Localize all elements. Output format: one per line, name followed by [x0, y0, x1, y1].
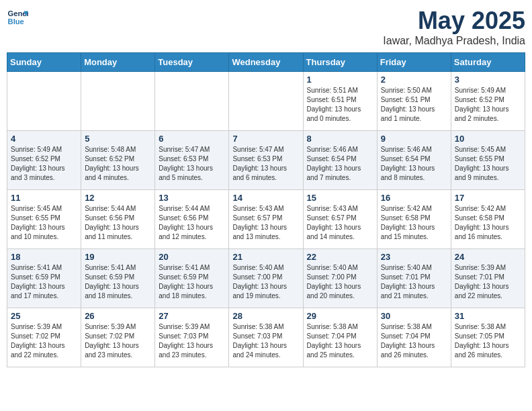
- day-cell: 27Sunrise: 5:39 AM Sunset: 7:03 PM Dayli…: [155, 308, 229, 367]
- day-number: 8: [307, 134, 373, 144]
- weekday-header-saturday: Saturday: [451, 53, 525, 72]
- day-number: 22: [307, 252, 373, 262]
- day-info: Sunrise: 5:41 AM Sunset: 6:59 PM Dayligh…: [11, 263, 77, 301]
- day-number: 31: [455, 311, 521, 321]
- day-cell: 9Sunrise: 5:46 AM Sunset: 6:54 PM Daylig…: [377, 131, 451, 190]
- day-number: 25: [11, 311, 77, 321]
- day-number: 14: [232, 193, 299, 203]
- day-number: 21: [232, 252, 299, 262]
- day-info: Sunrise: 5:41 AM Sunset: 6:59 PM Dayligh…: [159, 263, 225, 301]
- day-info: Sunrise: 5:45 AM Sunset: 6:55 PM Dayligh…: [11, 204, 77, 242]
- day-cell: 3Sunrise: 5:49 AM Sunset: 6:52 PM Daylig…: [451, 72, 525, 131]
- day-number: 6: [159, 134, 225, 144]
- day-cell: 28Sunrise: 5:38 AM Sunset: 7:03 PM Dayli…: [229, 308, 303, 367]
- day-number: 27: [159, 311, 225, 321]
- day-cell: 6Sunrise: 5:47 AM Sunset: 6:53 PM Daylig…: [155, 131, 229, 190]
- day-cell: 23Sunrise: 5:40 AM Sunset: 7:01 PM Dayli…: [377, 249, 451, 308]
- logo: General Blue: [7, 7, 28, 28]
- weekday-header-monday: Monday: [81, 53, 155, 72]
- day-info: Sunrise: 5:46 AM Sunset: 6:54 PM Dayligh…: [381, 145, 447, 183]
- day-number: 9: [381, 134, 447, 144]
- day-number: 28: [232, 311, 299, 321]
- day-cell: [229, 72, 303, 131]
- day-cell: 22Sunrise: 5:40 AM Sunset: 7:00 PM Dayli…: [303, 249, 377, 308]
- weekday-header-thursday: Thursday: [303, 53, 377, 72]
- day-info: Sunrise: 5:43 AM Sunset: 6:57 PM Dayligh…: [307, 204, 373, 242]
- day-cell: 12Sunrise: 5:44 AM Sunset: 6:56 PM Dayli…: [81, 190, 155, 249]
- day-cell: 19Sunrise: 5:41 AM Sunset: 6:59 PM Dayli…: [81, 249, 155, 308]
- day-number: 13: [159, 193, 225, 203]
- day-number: 5: [85, 134, 151, 144]
- day-cell: [7, 72, 81, 131]
- day-cell: 24Sunrise: 5:39 AM Sunset: 7:01 PM Dayli…: [451, 249, 525, 308]
- day-info: Sunrise: 5:47 AM Sunset: 6:53 PM Dayligh…: [232, 145, 299, 183]
- day-cell: 18Sunrise: 5:41 AM Sunset: 6:59 PM Dayli…: [7, 249, 81, 308]
- week-row-4: 18Sunrise: 5:41 AM Sunset: 6:59 PM Dayli…: [7, 249, 525, 308]
- day-number: 24: [455, 252, 521, 262]
- day-info: Sunrise: 5:48 AM Sunset: 6:52 PM Dayligh…: [85, 145, 151, 183]
- day-info: Sunrise: 5:39 AM Sunset: 7:03 PM Dayligh…: [159, 322, 225, 360]
- day-cell: 16Sunrise: 5:42 AM Sunset: 6:58 PM Dayli…: [377, 190, 451, 249]
- day-info: Sunrise: 5:42 AM Sunset: 6:58 PM Dayligh…: [455, 204, 521, 242]
- title-block: May 2025 Iawar, Madhya Pradesh, India: [383, 7, 525, 47]
- day-cell: 1Sunrise: 5:51 AM Sunset: 6:51 PM Daylig…: [303, 72, 377, 131]
- week-row-2: 4Sunrise: 5:49 AM Sunset: 6:52 PM Daylig…: [7, 131, 525, 190]
- day-info: Sunrise: 5:45 AM Sunset: 6:55 PM Dayligh…: [455, 145, 521, 183]
- day-number: 4: [11, 134, 77, 144]
- day-cell: [81, 72, 155, 131]
- day-cell: 13Sunrise: 5:44 AM Sunset: 6:56 PM Dayli…: [155, 190, 229, 249]
- day-info: Sunrise: 5:46 AM Sunset: 6:54 PM Dayligh…: [307, 145, 373, 183]
- day-info: Sunrise: 5:47 AM Sunset: 6:53 PM Dayligh…: [159, 145, 225, 183]
- day-cell: 20Sunrise: 5:41 AM Sunset: 6:59 PM Dayli…: [155, 249, 229, 308]
- day-cell: 10Sunrise: 5:45 AM Sunset: 6:55 PM Dayli…: [451, 131, 525, 190]
- day-info: Sunrise: 5:51 AM Sunset: 6:51 PM Dayligh…: [307, 86, 373, 124]
- day-cell: 5Sunrise: 5:48 AM Sunset: 6:52 PM Daylig…: [81, 131, 155, 190]
- week-row-3: 11Sunrise: 5:45 AM Sunset: 6:55 PM Dayli…: [7, 190, 525, 249]
- day-number: 19: [85, 252, 151, 262]
- day-info: Sunrise: 5:39 AM Sunset: 7:01 PM Dayligh…: [455, 263, 521, 301]
- weekday-header-friday: Friday: [377, 53, 451, 72]
- logo-icon: General Blue: [7, 7, 28, 28]
- week-row-5: 25Sunrise: 5:39 AM Sunset: 7:02 PM Dayli…: [7, 308, 525, 367]
- day-number: 11: [11, 193, 77, 203]
- weekday-header-row: SundayMondayTuesdayWednesdayThursdayFrid…: [7, 53, 525, 72]
- calendar-title: May 2025: [383, 7, 525, 35]
- day-info: Sunrise: 5:44 AM Sunset: 6:56 PM Dayligh…: [159, 204, 225, 242]
- day-number: 3: [455, 75, 521, 85]
- day-number: 7: [232, 134, 299, 144]
- day-info: Sunrise: 5:49 AM Sunset: 6:52 PM Dayligh…: [11, 145, 77, 183]
- day-number: 26: [85, 311, 151, 321]
- day-cell: 7Sunrise: 5:47 AM Sunset: 6:53 PM Daylig…: [229, 131, 303, 190]
- day-cell: 2Sunrise: 5:50 AM Sunset: 6:51 PM Daylig…: [377, 72, 451, 131]
- day-info: Sunrise: 5:38 AM Sunset: 7:05 PM Dayligh…: [455, 322, 521, 360]
- day-info: Sunrise: 5:50 AM Sunset: 6:51 PM Dayligh…: [381, 86, 447, 124]
- day-info: Sunrise: 5:39 AM Sunset: 7:02 PM Dayligh…: [11, 322, 77, 360]
- day-number: 16: [381, 193, 447, 203]
- day-number: 10: [455, 134, 521, 144]
- day-cell: 17Sunrise: 5:42 AM Sunset: 6:58 PM Dayli…: [451, 190, 525, 249]
- day-number: 15: [307, 193, 373, 203]
- day-number: 20: [159, 252, 225, 262]
- weekday-header-tuesday: Tuesday: [155, 53, 229, 72]
- day-cell: 31Sunrise: 5:38 AM Sunset: 7:05 PM Dayli…: [451, 308, 525, 367]
- day-cell: 8Sunrise: 5:46 AM Sunset: 6:54 PM Daylig…: [303, 131, 377, 190]
- day-cell: 26Sunrise: 5:39 AM Sunset: 7:02 PM Dayli…: [81, 308, 155, 367]
- day-info: Sunrise: 5:38 AM Sunset: 7:04 PM Dayligh…: [307, 322, 373, 360]
- day-number: 12: [85, 193, 151, 203]
- svg-text:Blue: Blue: [8, 17, 24, 26]
- day-info: Sunrise: 5:40 AM Sunset: 7:01 PM Dayligh…: [381, 263, 447, 301]
- day-info: Sunrise: 5:49 AM Sunset: 6:52 PM Dayligh…: [455, 86, 521, 124]
- day-cell: 11Sunrise: 5:45 AM Sunset: 6:55 PM Dayli…: [7, 190, 81, 249]
- day-cell: 30Sunrise: 5:38 AM Sunset: 7:04 PM Dayli…: [377, 308, 451, 367]
- day-cell: 15Sunrise: 5:43 AM Sunset: 6:57 PM Dayli…: [303, 190, 377, 249]
- day-number: 17: [455, 193, 521, 203]
- page-header: General Blue May 2025 Iawar, Madhya Prad…: [7, 7, 525, 47]
- day-info: Sunrise: 5:44 AM Sunset: 6:56 PM Dayligh…: [85, 204, 151, 242]
- day-number: 2: [381, 75, 447, 85]
- day-number: 18: [11, 252, 77, 262]
- day-info: Sunrise: 5:38 AM Sunset: 7:03 PM Dayligh…: [232, 322, 299, 360]
- weekday-header-sunday: Sunday: [7, 53, 81, 72]
- day-cell: 29Sunrise: 5:38 AM Sunset: 7:04 PM Dayli…: [303, 308, 377, 367]
- day-info: Sunrise: 5:38 AM Sunset: 7:04 PM Dayligh…: [381, 322, 447, 360]
- calendar-table: SundayMondayTuesdayWednesdayThursdayFrid…: [7, 52, 525, 367]
